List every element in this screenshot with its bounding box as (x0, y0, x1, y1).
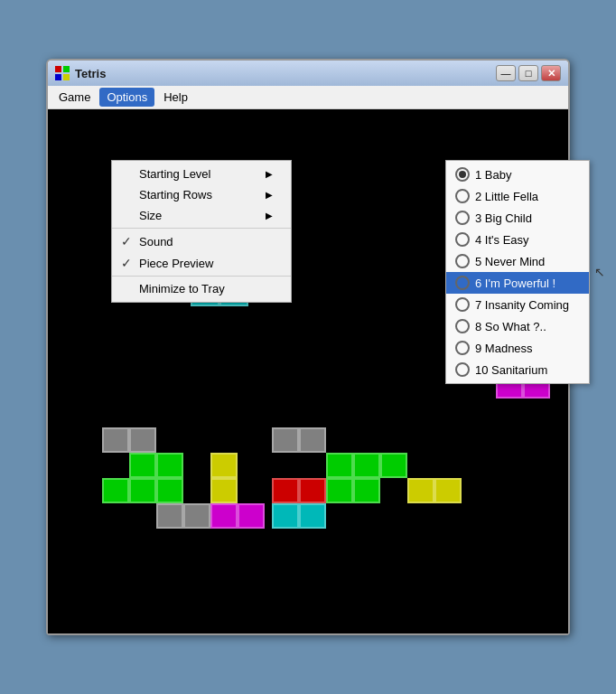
level-9-item[interactable]: 9 Madness (446, 337, 589, 359)
submenu-arrow-icon: ▶ (266, 211, 273, 220)
level-10-item[interactable]: 10 Sanitarium (446, 359, 589, 380)
piece-block (102, 427, 129, 453)
menu-game[interactable]: Game (51, 88, 98, 107)
level-8-item[interactable]: 8 So What ?.. (446, 315, 589, 337)
piece-block (326, 453, 353, 478)
maximize-button[interactable]: □ (518, 65, 538, 81)
level-4-item[interactable]: 4 It's Easy (446, 229, 589, 250)
svg-rect-2 (55, 74, 61, 80)
menu-item-size[interactable]: Size ▶ (112, 205, 291, 226)
window-title: Tetris (75, 67, 106, 80)
app-icon (55, 66, 70, 80)
cursor-icon: ↖ (594, 265, 605, 279)
submenu-arrow-icon: ▶ (266, 190, 273, 200)
piece-block (326, 478, 353, 503)
piece-block (380, 453, 407, 478)
menu-options[interactable]: Options (99, 88, 154, 107)
svg-rect-3 (63, 74, 70, 80)
menu-bar: Game Options Help (48, 86, 568, 109)
piece-block (434, 478, 462, 503)
menu-item-piece-preview[interactable]: ✓ Piece Preview (112, 252, 291, 274)
piece-block (272, 478, 299, 503)
menu-item-starting-level[interactable]: Starting Level ▶ (112, 164, 291, 184)
radio-button (455, 362, 470, 377)
piece-block (299, 478, 326, 503)
check-mark: ✓ (121, 234, 139, 249)
level-1-item[interactable]: 1 Baby (446, 164, 589, 185)
piece-block (238, 503, 265, 529)
piece-block (129, 478, 156, 503)
piece-block (299, 427, 326, 453)
radio-button (455, 189, 470, 203)
svg-rect-0 (55, 66, 61, 72)
application-window: Tetris — □ ✕ Game Options Help Next (46, 59, 570, 635)
piece-block (210, 503, 238, 529)
piece-block (407, 478, 434, 503)
radio-button (455, 276, 470, 290)
dropdown-container: Starting Level ▶ Starting Rows ▶ Size ▶ … (111, 160, 292, 303)
menu-item-starting-rows[interactable]: Starting Rows ▶ (112, 184, 291, 205)
title-buttons: — □ ✕ (496, 65, 561, 81)
check-mark: ✓ (121, 256, 139, 270)
close-button[interactable]: ✕ (541, 65, 561, 81)
level-5-item[interactable]: 5 Never Mind (446, 250, 589, 272)
menu-help[interactable]: Help (156, 88, 195, 107)
piece-block (210, 453, 238, 478)
title-bar: Tetris — □ ✕ (48, 61, 568, 86)
piece-block (210, 478, 238, 503)
radio-button (455, 232, 470, 247)
radio-button (455, 254, 470, 268)
minimize-button[interactable]: — (496, 65, 516, 81)
radio-button (455, 341, 470, 355)
piece-block (156, 478, 183, 503)
piece-block (272, 503, 299, 529)
title-bar-left: Tetris (55, 66, 106, 80)
piece-block (129, 427, 156, 453)
piece-block (299, 503, 326, 529)
radio-button (455, 167, 470, 182)
piece-block (183, 503, 210, 529)
piece-block (272, 427, 299, 453)
piece-block (156, 453, 183, 478)
piece-block (353, 478, 380, 503)
radio-button (455, 297, 470, 312)
separator (112, 276, 291, 277)
menu-item-sound[interactable]: ✓ Sound (112, 230, 291, 252)
menu-item-minimize-to-tray[interactable]: Minimize to Tray (112, 278, 291, 299)
svg-rect-1 (63, 66, 70, 72)
options-menu: Starting Level ▶ Starting Rows ▶ Size ▶ … (111, 160, 292, 303)
separator (112, 228, 291, 229)
game-area: Next (48, 109, 568, 633)
piece-block (353, 453, 380, 478)
radio-button (455, 211, 470, 225)
radio-button (455, 319, 470, 333)
piece-block (156, 503, 183, 529)
level-submenu: 1 Baby 2 Little Fella 3 Big Child 4 It's… (445, 160, 590, 384)
piece-block (102, 478, 129, 503)
level-6-item[interactable]: 6 I'm Powerful ! (446, 272, 589, 294)
level-2-item[interactable]: 2 Little Fella (446, 185, 589, 207)
level-3-item[interactable]: 3 Big Child (446, 207, 589, 229)
piece-block (129, 453, 156, 478)
level-7-item[interactable]: 7 Insanity Coming (446, 294, 589, 315)
submenu-arrow-icon: ▶ (266, 169, 273, 179)
